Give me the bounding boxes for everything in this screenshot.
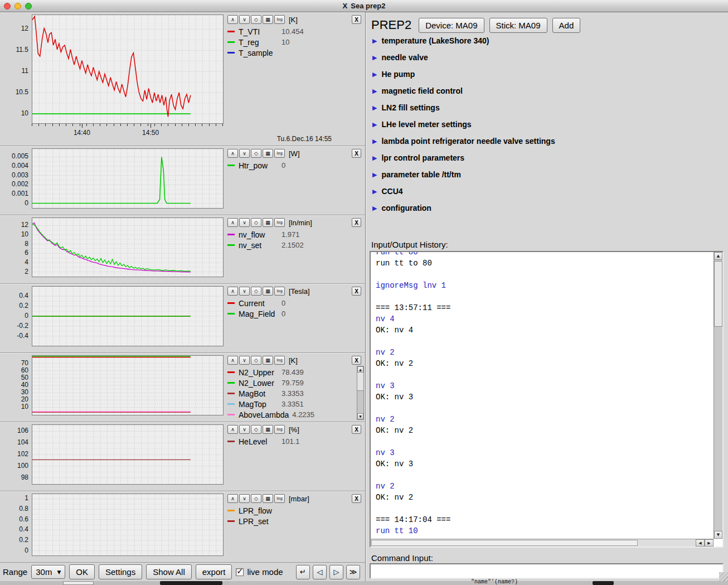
autoscale-button[interactable]: ◇ [251, 356, 261, 365]
legend-item-mag-field[interactable]: Mag_Field0 [227, 308, 363, 319]
scroll-left-arrow-icon[interactable]: ◀ [696, 539, 705, 547]
scrollbar-trough[interactable] [357, 373, 363, 413]
tree-item-he-pump[interactable]: ▶He pump [368, 66, 726, 83]
legend-item-nv-set[interactable]: nv_set2.1502 [227, 240, 363, 250]
tree-item-lpr-control-parameters[interactable]: ▶lpr control parameters [368, 149, 726, 166]
legend-item-n2-upper[interactable]: N2_Upper78.439 [227, 367, 363, 378]
log-scale-button[interactable]: log [274, 287, 285, 296]
refresh-button[interactable]: ↵ [296, 565, 310, 579]
tree-item-configuration[interactable]: ▶configuration [368, 200, 726, 216]
tree-item-parameter-table-tt-tm[interactable]: ▶parameter table /tt/tm [368, 166, 726, 183]
scroll-down-button[interactable]: ∨ [239, 287, 250, 296]
scroll-down-button[interactable]: ∨ [239, 218, 250, 227]
log-scale-button[interactable]: log [274, 425, 285, 434]
scroll-up-button[interactable]: ∧ [227, 356, 238, 365]
tree-item-ln2-fill-settings[interactable]: ▶LN2 fill settings [368, 99, 726, 116]
tree-item-lambda-point-refrigerator-needle-valve-settings[interactable]: ▶lambda point refrigerator needle valve … [368, 133, 726, 149]
close-chart-button[interactable]: X [352, 149, 361, 158]
tree-item-ccu4[interactable]: ▶CCU4 [368, 183, 726, 200]
autoscale-button[interactable]: ◇ [251, 287, 261, 296]
close-chart-button[interactable]: X [352, 15, 361, 24]
range-dropdown[interactable]: 30m ▼ [31, 565, 65, 579]
scroll-up-button[interactable]: ∧ [227, 218, 238, 227]
show-all-button[interactable]: Show All [146, 564, 192, 579]
expand-triangle-icon[interactable]: ▶ [372, 71, 377, 78]
scroll-down-arrow-icon[interactable]: ▼ [357, 413, 363, 419]
expand-triangle-icon[interactable]: ▶ [372, 104, 377, 112]
autoscale-button[interactable]: ◇ [251, 15, 261, 24]
close-chart-button[interactable]: X [352, 287, 361, 296]
scroll-up-button[interactable]: ∧ [227, 425, 238, 434]
jump-to-end-button[interactable]: ≫ [346, 565, 360, 579]
scroll-down-button[interactable]: ∨ [239, 149, 250, 158]
scroll-up-button[interactable]: ∧ [227, 149, 238, 158]
close-chart-button[interactable]: X [352, 425, 361, 434]
log-scale-button[interactable]: log [274, 15, 285, 24]
expand-triangle-icon[interactable]: ▶ [372, 138, 377, 145]
legend-item-t-vti[interactable]: T_VTI10.454 [227, 26, 363, 37]
device-button[interactable]: Device: MA09 [419, 18, 484, 33]
settings-button[interactable]: Settings [99, 564, 142, 579]
scroll-down-button[interactable]: ∨ [239, 15, 250, 24]
expand-triangle-icon[interactable]: ▶ [372, 37, 377, 45]
log-scale-button[interactable]: log [274, 218, 285, 227]
plot-area[interactable] [32, 286, 224, 346]
grid-style-button[interactable]: ▦ [263, 494, 273, 503]
tree-item-temperature-lakeshore-340[interactable]: ▶temperature (LakeShore 340) [368, 32, 726, 49]
grid-style-button[interactable]: ▦ [263, 218, 273, 227]
expand-triangle-icon[interactable]: ▶ [372, 121, 377, 128]
scrollbar-trough[interactable] [371, 539, 696, 547]
tree-item-magnetic-field-control[interactable]: ▶magnetic field control [368, 83, 726, 99]
page-left-button[interactable]: ◁ [313, 565, 327, 579]
grid-style-button[interactable]: ▦ [263, 425, 273, 434]
grid-style-button[interactable]: ▦ [263, 356, 273, 365]
close-chart-button[interactable]: X [352, 218, 361, 227]
plot-area[interactable] [32, 217, 224, 277]
legend-item-magbot[interactable]: MagBot3.3353 [227, 388, 363, 399]
expand-triangle-icon[interactable]: ▶ [372, 88, 377, 95]
scroll-up-arrow-icon[interactable]: ▲ [357, 366, 363, 373]
close-chart-button[interactable]: X [352, 356, 361, 365]
scrollbar-thumb[interactable] [371, 540, 638, 546]
legend-item-htr-pow[interactable]: Htr_pow0 [227, 160, 363, 171]
autoscale-button[interactable]: ◇ [251, 218, 261, 227]
scroll-up-button[interactable]: ∧ [227, 494, 238, 503]
scrollbar-thumb[interactable] [714, 261, 722, 327]
legend-item-lpr-set[interactable]: LPR_set [227, 516, 363, 526]
grid-style-button[interactable]: ▦ [263, 149, 273, 158]
legend-item-nv-flow[interactable]: nv_flow1.971 [227, 229, 363, 240]
ok-button[interactable]: OK [69, 564, 95, 579]
expand-triangle-icon[interactable]: ▶ [372, 205, 377, 212]
legend-scrollbar[interactable]: ▲▼ [357, 366, 364, 420]
autoscale-button[interactable]: ◇ [251, 149, 261, 158]
scroll-up-button[interactable]: ∧ [227, 15, 238, 24]
log-scale-button[interactable]: log [274, 149, 285, 158]
scroll-down-button[interactable]: ∨ [239, 356, 250, 365]
plot-area[interactable] [32, 14, 224, 124]
legend-item-t-reg[interactable]: T_reg10 [227, 37, 363, 47]
page-right-button[interactable]: ▷ [329, 565, 343, 579]
legend-item-magtop[interactable]: MagTop3.3351 [227, 399, 363, 409]
add-button[interactable]: Add [552, 18, 581, 33]
autoscale-button[interactable]: ◇ [251, 425, 261, 434]
legend-item-helevel[interactable]: HeLevel101.1 [227, 436, 363, 447]
stick-button[interactable]: Stick: MA09 [489, 18, 547, 33]
expand-triangle-icon[interactable]: ▶ [372, 171, 377, 178]
resize-grip[interactable] [719, 572, 728, 581]
legend-item-t-sample[interactable]: T_sample [227, 47, 363, 58]
live-mode-toggle[interactable]: ✓ live mode [236, 567, 283, 577]
scroll-up-button[interactable]: ∧ [227, 287, 238, 296]
scroll-down-arrow-icon[interactable]: ▼ [714, 531, 722, 539]
history-vertical-scrollbar[interactable]: ▲ ▼ [714, 252, 722, 539]
legend-item-n2-lower[interactable]: N2_Lower79.759 [227, 378, 363, 388]
legend-item-abovelambda[interactable]: AboveLambda4.2235 [227, 409, 363, 420]
window-titlebar[interactable]: XSea prep2 [0, 0, 728, 12]
export-button[interactable]: export [196, 564, 232, 579]
scrollbar-trough[interactable] [714, 260, 722, 531]
log-scale-button[interactable]: log [274, 356, 285, 365]
scroll-right-arrow-icon[interactable]: ▶ [705, 539, 714, 547]
scroll-down-button[interactable]: ∨ [239, 494, 250, 503]
tree-item-lhe-level-meter-settings[interactable]: ▶LHe level meter settings [368, 116, 726, 133]
expand-triangle-icon[interactable]: ▶ [372, 188, 377, 195]
plot-area[interactable] [32, 424, 224, 485]
